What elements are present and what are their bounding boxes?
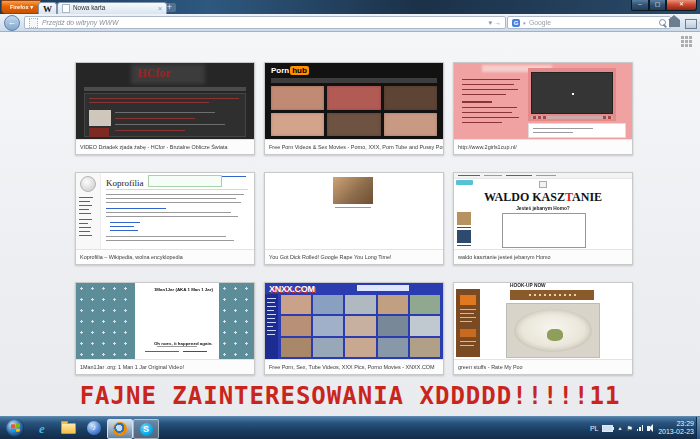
network-icon[interactable] — [637, 425, 644, 431]
tile-caption: waldo kasztanie jesteś jebanym Homo — [454, 249, 632, 264]
tile-1man1jar[interactable]: 1Man1Jar (AKA 1 Man 1 Jar) Oh noes, it h… — [75, 282, 255, 375]
wikipedia-favicon: W — [43, 4, 52, 14]
taskbar: e ♪ S PL ▲ ⚑ 23:29 2013-02-23 — [0, 416, 700, 439]
address-favicon — [29, 18, 38, 28]
tile-xnxx[interactable]: XNXX.COM — [264, 282, 444, 375]
broken-image-icon — [539, 181, 547, 188]
share-button — [456, 180, 473, 185]
action-center-flag-icon[interactable]: ⚑ — [626, 425, 632, 432]
address-bar[interactable]: Przejdź do witryny WWW ▾ → — [24, 16, 506, 29]
toilet-photo — [506, 303, 600, 358]
tab-new-tab[interactable]: Nowa karta × — [57, 2, 167, 14]
show-desktop-button[interactable] — [696, 417, 700, 439]
battery-icon[interactable] — [602, 425, 613, 432]
video-thumbnail-grid — [271, 86, 437, 136]
itunes-icon: ♪ — [87, 421, 101, 435]
volume-icon[interactable] — [647, 426, 650, 431]
video-thumbnail-grid — [281, 295, 440, 357]
new-tab-button[interactable]: + — [163, 3, 176, 12]
wiki-article-title: Koprofilia — [106, 178, 144, 188]
tile-ratemypoo-preview: HOOK-UP NOW — [454, 283, 632, 359]
chevron-down-icon: ▾ — [30, 4, 33, 10]
language-indicator[interactable]: PL — [590, 425, 599, 432]
close-button[interactable]: ✕ — [666, 0, 697, 11]
maximize-button[interactable]: ▢ — [649, 0, 666, 11]
go-arrow-icon[interactable]: ▾ → — [489, 19, 501, 27]
page-favicon — [62, 4, 70, 13]
taskbar-item-skype[interactable]: S — [133, 419, 159, 439]
clock-time: 23:29 — [676, 420, 694, 428]
folder-icon — [61, 423, 76, 434]
taskbar-item-firefox[interactable] — [107, 419, 133, 439]
tile-caption: green stuffs - Rate My Poo — [454, 359, 632, 374]
search-engine-caret-icon[interactable]: ▾ — [523, 20, 526, 26]
bookmarks-panel-icon[interactable] — [685, 19, 697, 29]
tile-caption: Koprofilia – Wikipedia, wolna encykloped… — [76, 249, 254, 264]
taskbar-clock[interactable]: 23:29 2013-02-23 — [658, 420, 694, 436]
grid-toggle-icon[interactable] — [681, 36, 692, 47]
hookup-banner-text: HOOK-UP NOW — [510, 283, 546, 288]
wiki-notice-box — [148, 175, 222, 187]
search-bar[interactable]: G ▾ Google — [507, 16, 671, 29]
center-column: 1Man1Jar (AKA 1 Man 1 Jar) Oh noes, it h… — [135, 283, 219, 359]
windows-flag-icon — [11, 424, 20, 433]
tile-wikipedia[interactable]: Koprofilia Koprofilia – Wikipedia, wolna… — [75, 172, 255, 265]
hcfor-logo: HCfor — [138, 66, 171, 81]
browser-titlebar: Firefox ▾ W Nowa karta × + – ▢ ✕ — [0, 0, 700, 14]
tab-label: Nowa karta — [73, 5, 105, 12]
waldo-title: WALDO KASZTANIE — [454, 190, 632, 205]
tile-dickrolled[interactable]: You Got Dick Rolled! Google Rape You Lon… — [264, 172, 444, 265]
video-player — [528, 68, 616, 121]
internet-explorer-icon: e — [39, 422, 45, 435]
tile-1man1jar-preview: 1Man1Jar (AKA 1 Man 1 Jar) Oh noes, it h… — [76, 283, 254, 359]
sepia-image — [333, 177, 373, 204]
google-icon[interactable]: G — [512, 19, 520, 27]
tile-hcfor-preview: HCfor — [76, 63, 254, 139]
minimize-button[interactable]: – — [631, 0, 649, 11]
ad-banner — [510, 290, 594, 300]
window-controls: – ▢ ✕ — [631, 0, 697, 11]
back-button[interactable]: ← — [4, 15, 20, 31]
tile-pornhub-preview: Porn hub — [265, 63, 443, 139]
tile-xnxx-preview: XNXX.COM — [265, 283, 443, 359]
tile-wikipedia-preview: Koprofilia — [76, 173, 254, 249]
tile-ratemypoo[interactable]: HOOK-UP NOW green stuffs - Rate My Poo — [453, 282, 633, 375]
firefox-icon — [113, 422, 127, 436]
address-placeholder: Przejdź do witryny WWW — [42, 19, 118, 27]
firefox-menu-label: Firefox — [9, 4, 28, 10]
tile-2girls1cup[interactable]: http://www.2girls1cup.nl/ — [453, 62, 633, 155]
thumbnail-image — [457, 230, 471, 243]
xnxx-logo: XNXX.COM — [269, 284, 315, 294]
tile-waldo-preview: WALDO KASZTANIE Jesteś jebanym Homo? — [454, 173, 632, 249]
tab-close-icon[interactable]: × — [158, 5, 162, 12]
tile-caption: 1Man1Jar .org: 1 Man 1 Jar Original Vide… — [76, 359, 254, 374]
pornhub-logo-left: Porn — [271, 66, 289, 75]
tile-waldo[interactable]: WALDO KASZTANIE Jesteś jebanym Homo? wal… — [453, 172, 633, 265]
search-placeholder: Google — [529, 19, 551, 27]
tile-2girls1cup-preview — [454, 63, 632, 139]
search-icon[interactable] — [659, 19, 666, 26]
taskbar-item-explorer[interactable] — [56, 419, 80, 437]
comments-box — [528, 123, 626, 138]
tile-hcfor[interactable]: HCfor VIDEO Dziadek zjada żabę - HCfor -… — [75, 62, 255, 155]
wikipedia-globe-icon — [80, 176, 96, 192]
system-tray: PL ▲ ⚑ 23:29 2013-02-23 — [590, 417, 694, 439]
pinned-tab-wikipedia[interactable]: W — [38, 2, 57, 14]
home-icon[interactable] — [669, 20, 680, 27]
tray-expand-icon[interactable]: ▲ — [617, 426, 622, 431]
waldo-subtitle: Jesteś jebanym Homo? — [490, 206, 597, 211]
firefox-menu-button[interactable]: Firefox ▾ — [1, 0, 41, 14]
tile-caption: Free Porn, Sex, Tube Videos, XXX Pics, P… — [265, 359, 443, 374]
taskbar-item-itunes[interactable]: ♪ — [82, 419, 106, 437]
start-button[interactable] — [6, 419, 24, 437]
tile-caption: VIDEO Dziadek zjada żabę - HCfor - Bruta… — [76, 139, 254, 154]
pornhub-logo-right: hub — [290, 66, 309, 75]
meme-caption: FAJNE ZAINTERESOWANIA XDDDDD!!!!!11 — [0, 382, 700, 410]
thumbnail-image — [457, 212, 471, 225]
new-tab-page: HCfor VIDEO Dziadek zjada żabę - HCfor -… — [0, 32, 700, 417]
tile-pornhub[interactable]: Porn hub Free Porn Videos & Sex Movies -… — [264, 62, 444, 155]
waldo-empty-box — [502, 213, 586, 248]
tile-caption: You Got Dick Rolled! Google Rape You Lon… — [265, 249, 443, 264]
tile-caption: http://www.2girls1cup.nl/ — [454, 139, 632, 154]
taskbar-item-internet-explorer[interactable]: e — [30, 419, 54, 437]
